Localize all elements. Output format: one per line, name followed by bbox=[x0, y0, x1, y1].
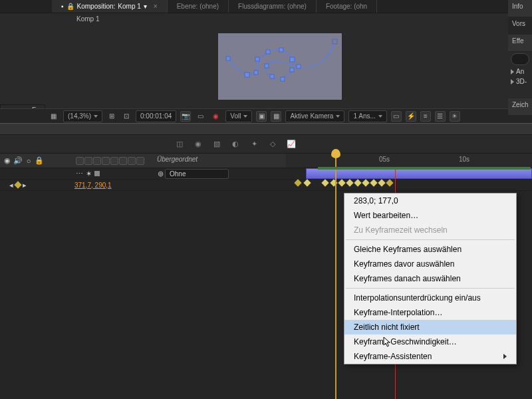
timecode-display[interactable]: 0:00:01:04 bbox=[136, 110, 176, 122]
work-area-bar[interactable] bbox=[318, 167, 531, 170]
pixel-aspect-icon[interactable]: ▭ bbox=[391, 111, 402, 122]
graph-editor-icon[interactable]: 📈 bbox=[285, 138, 298, 151]
panel-divider[interactable] bbox=[0, 123, 532, 135]
zoom-dropdown[interactable]: (14,3%) bbox=[63, 110, 102, 122]
brainstorm-icon[interactable]: ✦ bbox=[247, 138, 261, 151]
keyframe-diamond[interactable] bbox=[346, 179, 353, 186]
motion-blur-icon[interactable]: ◐ bbox=[229, 138, 242, 151]
keyframe-track[interactable] bbox=[286, 180, 532, 190]
current-time-indicator[interactable] bbox=[335, 154, 336, 399]
property-row[interactable]: ◂ ▸ 371,7, 290,1 bbox=[0, 180, 532, 191]
keyframe-nav-icon[interactable] bbox=[14, 181, 21, 188]
svg-rect-7 bbox=[290, 68, 294, 72]
close-icon[interactable]: × bbox=[154, 3, 158, 10]
keyframe-diamond[interactable] bbox=[303, 179, 311, 186]
exposure-icon[interactable]: ☀ bbox=[450, 111, 460, 122]
guides-icon[interactable]: ⊡ bbox=[121, 110, 132, 122]
keyframe-diamond[interactable] bbox=[354, 179, 361, 186]
auto-keyframe-icon[interactable]: ◇ bbox=[266, 138, 279, 151]
timecode-value: 0:00:01:04 bbox=[140, 112, 172, 120]
audio-icon[interactable]: 🔊 bbox=[13, 156, 23, 166]
menu-select-previous-keyframes[interactable]: Keyframes davor auswählen bbox=[344, 257, 516, 271]
mouse-cursor-icon bbox=[383, 336, 392, 348]
composition-viewport[interactable] bbox=[218, 33, 342, 100]
menu-toggle-hold[interactable]: Interpolationsunterdrückung ein/aus bbox=[344, 291, 516, 305]
lock-column-icon[interactable]: 🔒 bbox=[35, 156, 44, 166]
keyframe-diamond[interactable] bbox=[386, 179, 393, 186]
adjust-icon[interactable] bbox=[128, 157, 136, 165]
quality-icon[interactable] bbox=[93, 157, 101, 165]
draft3d-icon[interactable]: ◉ bbox=[192, 138, 205, 151]
keyframe-diamond[interactable] bbox=[378, 179, 385, 186]
pickwhip-icon[interactable]: ⊚ bbox=[156, 169, 165, 178]
quality-switch[interactable] bbox=[94, 171, 100, 176]
frame-blend-icon[interactable]: ▧ bbox=[210, 138, 223, 151]
menu-edit-value[interactable]: Wert bearbeiten… bbox=[344, 208, 516, 223]
menu-label: Keyframe-Assistenten bbox=[354, 352, 432, 361]
layer-row[interactable]: ⋯ ✶ ⊚ Ohne bbox=[0, 168, 532, 180]
keyframe-diamond[interactable] bbox=[370, 179, 377, 186]
fast-preview-icon[interactable]: ⚡ bbox=[406, 111, 416, 122]
dropdown-caret-icon[interactable]: ▾ bbox=[144, 3, 147, 10]
panel-character[interactable]: Zeich bbox=[508, 98, 532, 116]
keyframe-diamond[interactable] bbox=[294, 179, 301, 186]
camera-value: Aktive Kamera bbox=[290, 112, 333, 120]
keyframe-diamond[interactable] bbox=[321, 179, 329, 186]
shy-switch[interactable]: ⋯ bbox=[76, 170, 83, 178]
breadcrumb[interactable]: Komp 1 bbox=[76, 15, 99, 23]
shy-icon[interactable] bbox=[76, 157, 84, 165]
show-snapshot-icon[interactable]: ▭ bbox=[195, 110, 206, 122]
next-keyframe-icon[interactable]: ▸ bbox=[23, 181, 27, 190]
resolution-dropdown[interactable]: Voll bbox=[225, 110, 252, 122]
tab-flowchart[interactable]: Flussdiagramm: (ohne) bbox=[229, 0, 317, 13]
video-eye-icon[interactable]: ◉ bbox=[3, 156, 12, 166]
fx-icon[interactable] bbox=[102, 157, 110, 165]
resolution-value: Voll bbox=[230, 112, 241, 120]
camera-dropdown[interactable]: Aktive Kamera bbox=[285, 110, 344, 122]
prev-keyframe-icon[interactable]: ◂ bbox=[9, 181, 13, 190]
menu-keyframe-interpolation[interactable]: Keyframe-Interpolation… bbox=[344, 305, 516, 320]
panel-preview[interactable]: Vors bbox=[508, 17, 532, 35]
tab-footage[interactable]: Footage: (ohn bbox=[317, 0, 377, 13]
timeline-toolbar: ◫ ◉ ▧ ◐ ✦ ◇ 📈 bbox=[0, 135, 532, 154]
menu-rove-across-time[interactable]: Zeitlich nicht fixiert bbox=[344, 320, 516, 334]
moblur-icon[interactable] bbox=[119, 157, 127, 165]
disclosure-icon[interactable] bbox=[511, 69, 514, 74]
menu-keyframe-assistant[interactable]: Keyframe-Assistenten bbox=[344, 349, 516, 364]
right-side-panels: Info Vors Effe An 3D- Zeich bbox=[508, 0, 532, 116]
parent-dropdown[interactable]: Ohne bbox=[165, 169, 229, 179]
layer-duration-bar[interactable] bbox=[306, 168, 532, 179]
roi-icon[interactable]: ▣ bbox=[256, 111, 267, 122]
cti-head-icon[interactable] bbox=[331, 149, 340, 158]
solo-icon[interactable]: ○ bbox=[24, 156, 33, 166]
menu-keyframe-velocity[interactable]: Keyframe-Geschwindigkeit… bbox=[344, 334, 516, 349]
time-ruler[interactable]: 05s 10s bbox=[286, 154, 532, 168]
snapshot-icon[interactable]: 📷 bbox=[180, 111, 191, 122]
keyframe-diamond[interactable] bbox=[362, 179, 369, 186]
effects-search-input[interactable] bbox=[511, 53, 529, 65]
transparency-grid-icon[interactable]: ▦ bbox=[271, 111, 281, 122]
channel-icon[interactable]: ◉ bbox=[210, 110, 221, 122]
collapse-switch[interactable]: ✶ bbox=[86, 170, 92, 178]
svg-rect-0 bbox=[226, 57, 230, 61]
views-dropdown[interactable]: 1 Ans... bbox=[348, 110, 386, 122]
timeline-icon[interactable]: ≡ bbox=[420, 111, 431, 122]
position-value[interactable]: 371,7, 290,1 bbox=[74, 182, 112, 189]
lock-icon[interactable]: 🔒 bbox=[66, 3, 74, 10]
menu-select-following-keyframes[interactable]: Keyframes danach auswählen bbox=[344, 271, 516, 286]
collapse-icon[interactable] bbox=[84, 157, 92, 165]
panel-effects[interactable]: Effe bbox=[508, 35, 532, 52]
menu-select-same-keyframes[interactable]: Gleiche Keyframes auswählen bbox=[344, 242, 516, 257]
comp-mini-flow-icon[interactable]: ◫ bbox=[173, 138, 186, 151]
panel-info[interactable]: Info bbox=[508, 0, 532, 17]
grid-icon[interactable]: ⊞ bbox=[106, 110, 117, 122]
comp-flow-icon[interactable]: ☰ bbox=[435, 111, 446, 122]
tab-composition[interactable]: ▪ 🔒 Komposition: Komp 1 ▾ × bbox=[52, 0, 168, 13]
keyframe-diamond[interactable] bbox=[338, 179, 345, 186]
3d-icon[interactable] bbox=[136, 157, 144, 165]
toggle-alpha-icon[interactable]: ▦ bbox=[48, 110, 59, 122]
disclosure-icon[interactable] bbox=[511, 79, 514, 84]
frameblend-icon[interactable] bbox=[110, 157, 118, 165]
item-label: 3D- bbox=[516, 78, 527, 85]
tab-layer[interactable]: Ebene: (ohne) bbox=[168, 0, 229, 13]
